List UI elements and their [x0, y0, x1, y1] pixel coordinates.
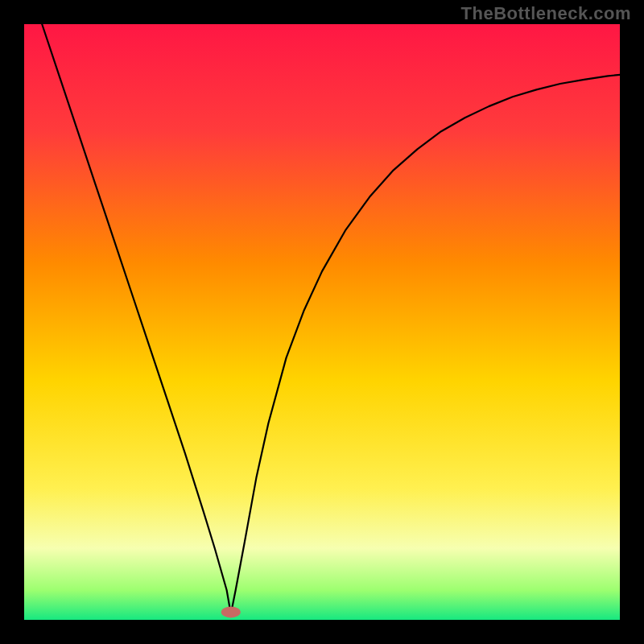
watermark-text: TheBottleneck.com — [461, 3, 631, 24]
bottleneck-plot — [0, 0, 644, 644]
chart-frame: TheBottleneck.com — [0, 0, 644, 644]
optimal-marker[interactable] — [221, 606, 241, 617]
plot-area — [24, 24, 620, 620]
